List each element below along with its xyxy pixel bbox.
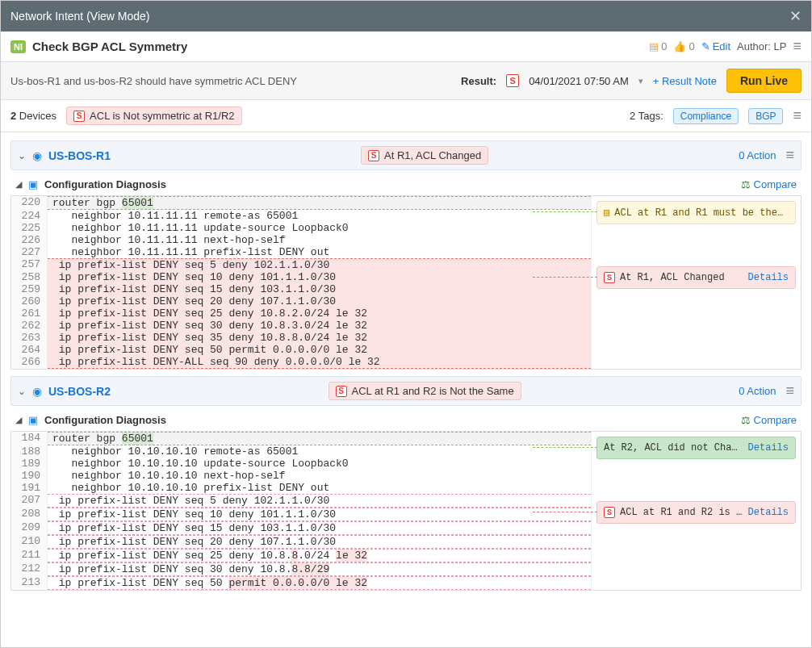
titlebar: Network Intent (View Mode) ✕ <box>1 1 811 31</box>
line-number: 211 <box>11 549 48 562</box>
window-title: Network Intent (View Mode) <box>10 10 149 23</box>
diagnosis-title: Configuration Diagnosis <box>44 414 735 426</box>
status-badge-icon: S <box>336 386 347 397</box>
code-line: 257 ip prefix-list DENY seq 5 deny 102.1… <box>11 258 591 271</box>
result-note-button[interactable]: + Result Note <box>653 75 717 87</box>
code-panel: 184router bgp 65001188 neighbor 10.10.10… <box>10 431 802 591</box>
action-link[interactable]: 0 Action <box>739 149 776 161</box>
code-line: 211 ip prefix-list DENY seq 25 deny 10.8… <box>11 549 591 562</box>
author-label: Author: LP <box>737 40 786 52</box>
code-line: 208 ip prefix-list DENY seq 10 deny 101.… <box>11 508 591 521</box>
code-line: 259 ip prefix-list DENY seq 15 deny 103.… <box>11 283 591 295</box>
scale-icon: ⚖ <box>741 178 751 190</box>
device-name[interactable]: US-BOS-R1 <box>48 149 111 162</box>
line-text: ip prefix-list DENY seq 15 deny 103.1.1.… <box>48 283 591 295</box>
run-live-button[interactable]: Run Live <box>726 69 802 93</box>
collapse-icon[interactable]: ◢ <box>15 415 22 425</box>
router-icon: ◉ <box>32 149 42 162</box>
code-line: 184router bgp 65001 <box>11 432 591 445</box>
devices-count: 2 Devices <box>10 110 57 122</box>
config-icon: ▣ <box>28 414 38 426</box>
line-text: ip prefix-list DENY seq 30 deny 10.8.3.0… <box>48 320 591 332</box>
line-number: 262 <box>11 320 48 332</box>
code-line: 262 ip prefix-list DENY seq 30 deny 10.8… <box>11 320 591 332</box>
note-icon: ▤ <box>649 40 659 52</box>
tags-menu-icon[interactable]: ≡ <box>793 107 802 124</box>
code-panel: 220router bgp 65001224 neighbor 10.11.11… <box>10 195 802 370</box>
collapse-icon[interactable]: ◢ <box>15 179 22 190</box>
line-number: 210 <box>11 535 48 549</box>
tag-bgp[interactable]: BGP <box>748 108 783 124</box>
header: NI Check BGP ACL Symmetry ▤0 👍0 ✎Edit Au… <box>1 31 811 62</box>
intent-description: Us-bos-R1 and us-bos-R2 should have symm… <box>10 75 451 87</box>
line-text: ip prefix-list DENY seq 25 deny 10.8.2.0… <box>48 307 591 320</box>
details-link[interactable]: Details <box>748 272 789 283</box>
code-line: 209 ip prefix-list DENY seq 15 deny 103.… <box>11 521 591 535</box>
page-title: Check BGP ACL Symmetry <box>32 40 642 53</box>
compare-button[interactable]: ⚖Compare <box>741 178 797 190</box>
router-icon: ◉ <box>32 385 42 398</box>
line-text: ip prefix-list DENY seq 10 deny 101.1.1.… <box>48 508 591 521</box>
code-line: 225 neighbor 10.11.11.11 update-source L… <box>11 222 591 234</box>
line-text: ip prefix-list DENY seq 35 deny 10.8.8.0… <box>48 332 591 344</box>
status-badge-icon: S <box>368 150 379 161</box>
line-text: router bgp 65001 <box>48 196 591 210</box>
pencil-icon: ✎ <box>701 40 710 52</box>
code-line: 191 neighbor 10.10.10.10 prefix-list DEN… <box>11 482 591 494</box>
note-alert: S ACL at R1 and R2 is Not the S... Detai… <box>596 501 796 524</box>
line-number: 266 <box>11 356 48 369</box>
result-time: 04/01/2021 07:50 AM <box>529 75 629 87</box>
line-number: 259 <box>11 283 48 295</box>
code-line: 212 ip prefix-list DENY seq 30 deny 10.8… <box>11 562 591 576</box>
line-text: ip prefix-list DENY seq 50 permit 0.0.0.… <box>48 344 591 356</box>
line-number: 209 <box>11 521 48 535</box>
line-text: ip prefix-list DENY seq 25 deny 10.8.8.0… <box>48 549 591 562</box>
notes-count[interactable]: ▤0 <box>649 40 667 52</box>
line-text: ip prefix-list DENY seq 30 deny 10.8.8.8… <box>48 562 591 576</box>
code-line: 188 neighbor 10.10.10.10 remote-as 65001 <box>11 445 591 458</box>
line-number: 190 <box>11 470 48 482</box>
details-link[interactable]: Details <box>748 507 789 518</box>
close-icon[interactable]: ✕ <box>789 7 802 25</box>
chevron-down-icon[interactable]: ⌄ <box>18 150 26 161</box>
likes-count[interactable]: 👍0 <box>673 40 694 52</box>
line-number: 257 <box>11 258 48 271</box>
code-line: 258 ip prefix-list DENY seq 10 deny 101.… <box>11 271 591 283</box>
annotations-panel: At R2, ACL did not Change Details S ACL … <box>591 432 801 590</box>
line-number: 261 <box>11 307 48 320</box>
menu-icon[interactable]: ≡ <box>793 38 802 55</box>
device-status: S At R1, ACL Changed <box>361 146 488 165</box>
chevron-down-icon[interactable]: ▾ <box>638 76 643 86</box>
device-menu-icon[interactable]: ≡ <box>785 147 794 164</box>
action-link[interactable]: 0 Action <box>739 385 776 397</box>
device-header: ⌄ ◉ US-BOS-R2 S ACL at R1 and R2 is Not … <box>10 376 802 406</box>
summary-bar: 2 Devices S ACL is Not symmetric at R1/R… <box>1 100 811 132</box>
code-line: 227 neighbor 10.11.11.11 prefix-list DEN… <box>11 246 591 258</box>
device-header: ⌄ ◉ US-BOS-R1 S At R1, ACL Changed 0 Act… <box>10 140 802 170</box>
diagnosis-title: Configuration Diagnosis <box>44 178 735 190</box>
tags-count: 2 Tags: <box>630 110 663 122</box>
tag-compliance[interactable]: Compliance <box>673 108 739 124</box>
result-label: Result: <box>461 75 496 87</box>
content-area: ⌄ ◉ US-BOS-R1 S At R1, ACL Changed 0 Act… <box>1 132 811 647</box>
subheader: Us-bos-R1 and us-bos-R2 should have symm… <box>1 62 811 100</box>
line-text: ip prefix-list DENY seq 20 deny 107.1.1.… <box>48 535 591 549</box>
chevron-down-icon[interactable]: ⌄ <box>18 386 26 397</box>
line-number: 188 <box>11 445 48 458</box>
device-menu-icon[interactable]: ≡ <box>785 383 794 399</box>
code-line: 266 ip prefix-list DENY-ALL seq 90 deny … <box>11 356 591 369</box>
code-lines: 184router bgp 65001188 neighbor 10.10.10… <box>11 432 591 590</box>
details-link[interactable]: Details <box>748 442 789 454</box>
line-number: 184 <box>11 432 48 445</box>
line-number: 263 <box>11 332 48 344</box>
edit-button[interactable]: ✎Edit <box>701 40 730 52</box>
line-number: 264 <box>11 344 48 356</box>
code-line: 263 ip prefix-list DENY seq 35 deny 10.8… <box>11 332 591 344</box>
device-name[interactable]: US-BOS-R2 <box>48 385 111 398</box>
status-badge-icon: S <box>604 507 615 518</box>
device-status: S ACL at R1 and R2 is Not the Same <box>329 382 521 400</box>
code-line: 213 ip prefix-list DENY seq 50 permit 0.… <box>11 576 591 590</box>
status-badge-icon: S <box>604 272 615 283</box>
compare-button[interactable]: ⚖Compare <box>741 414 797 426</box>
line-number: 227 <box>11 246 48 258</box>
